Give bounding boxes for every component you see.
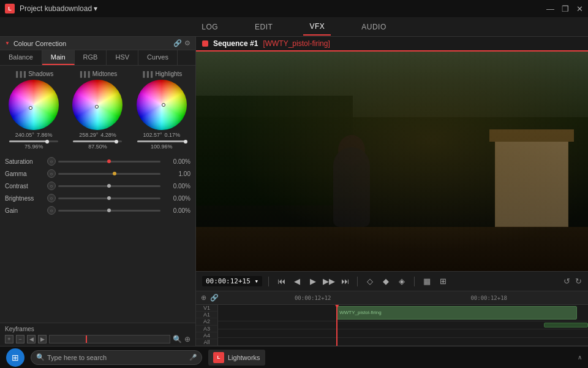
nav-audio[interactable]: AUDIO <box>355 19 393 35</box>
ctrl-sep2 <box>357 277 358 286</box>
highlights-wheel[interactable] <box>137 80 187 130</box>
close-button[interactable]: ✕ <box>576 4 583 13</box>
shadows-thumb[interactable] <box>45 140 49 144</box>
maximize-button[interactable]: ❐ <box>562 4 569 13</box>
settings-icon[interactable]: ⚙ <box>184 39 190 47</box>
grid-btn[interactable]: ▦ <box>421 277 433 286</box>
midtones-values: 258.29° 4.28% <box>79 132 116 138</box>
highlights-slider-track[interactable] <box>137 140 186 142</box>
mark-out-btn[interactable]: ◆ <box>380 277 392 286</box>
window-controls[interactable]: — ❐ ✕ <box>546 4 583 13</box>
sub-tabs: Balance Main RGB HSV Curves <box>0 50 195 66</box>
goto-end-btn[interactable]: ⏭ <box>339 277 351 286</box>
tab-curves[interactable]: Curves <box>138 50 178 65</box>
kf-remove[interactable]: − <box>16 335 24 343</box>
lightworks-taskbar-icon: L <box>213 352 224 363</box>
keyframes-section: Keyframes + − ◀ ▶ 🔍 ⊕ <box>0 323 195 346</box>
tl-snap-icon[interactable]: ⊕ <box>201 294 206 302</box>
kf-prev[interactable]: ◀ <box>27 335 36 343</box>
brightness-row: Brightness ○ 0.00% <box>5 193 190 204</box>
clip-v1-main[interactable]: WWTY_pistol-firing <box>336 306 577 320</box>
goto-start-btn[interactable]: ⏮ <box>275 277 287 286</box>
saturation-thumb[interactable] <box>107 159 111 163</box>
keyframes-label: Keyframes <box>5 326 190 332</box>
search-icon: 🔍 <box>36 353 45 361</box>
brightness-track[interactable] <box>58 197 160 199</box>
collapse-icon[interactable]: ▼ <box>5 40 10 46</box>
lightworks-label: Lightworks <box>228 354 260 361</box>
project-title[interactable]: Project kubadownload ▾ <box>20 4 97 13</box>
kf-marker <box>86 335 87 343</box>
search-bar[interactable]: 🔍 Type here to search 🎤 <box>31 350 202 365</box>
a2-track <box>218 329 588 337</box>
midtones-thumb[interactable] <box>115 140 118 144</box>
tab-hsv[interactable]: HSV <box>107 50 138 65</box>
saturation-reset[interactable]: ○ <box>47 157 56 166</box>
shadows-slider-track[interactable] <box>9 140 58 142</box>
v1-track: WWTY_pistol-firing <box>218 305 588 321</box>
mark-clip-btn[interactable]: ◈ <box>396 277 408 286</box>
kf-filter-icon[interactable]: ⊕ <box>184 335 190 343</box>
prev-frame-btn[interactable]: ◀ <box>291 277 303 286</box>
highlights-dot[interactable] <box>162 103 165 107</box>
tab-rgb[interactable]: RGB <box>75 50 107 65</box>
gain-reset[interactable]: ○ <box>47 206 56 215</box>
brightness-reset[interactable]: ○ <box>47 194 56 202</box>
taskbar-app-lightworks[interactable]: L Lightworks <box>208 350 265 366</box>
contrast-track[interactable] <box>58 185 160 187</box>
play-btn[interactable]: ▶ <box>307 277 319 286</box>
color-wheels: ▐▐▐ Shadows 240.05° 7.86% 75.96% <box>0 66 195 152</box>
shadows-wheel[interactable] <box>9 80 59 130</box>
gain-thumb[interactable] <box>107 209 111 212</box>
timeline-tracks: V1 A1 A2 A3 A4 All WWTY_pistol-firing <box>196 305 588 346</box>
mark-in-btn[interactable]: ◇ <box>364 277 376 286</box>
minimize-button[interactable]: — <box>546 4 554 13</box>
saturation-track[interactable] <box>58 161 160 163</box>
gain-row: Gain ○ 0.00% <box>5 205 190 216</box>
kf-icons: 🔍 ⊕ <box>173 335 190 343</box>
contrast-reset[interactable]: ○ <box>47 182 56 190</box>
midtones-label: ▐▐▐ Midtones <box>78 71 118 77</box>
saturation-row: Saturation ○ 0.00% <box>5 156 190 167</box>
app-icon: L <box>5 4 15 13</box>
highlights-thumb[interactable] <box>184 140 187 144</box>
kf-add[interactable]: + <box>5 335 13 343</box>
kf-search-icon[interactable]: 🔍 <box>173 335 182 343</box>
nav-edit[interactable]: EDIT <box>249 19 279 35</box>
gamma-thumb[interactable] <box>113 172 116 175</box>
label-all: All <box>196 339 217 346</box>
panel-icons: 🔗 ⚙ <box>173 39 190 47</box>
kf-next[interactable]: ▶ <box>38 335 47 343</box>
safe-area-btn[interactable]: ⊞ <box>437 277 449 286</box>
sequence-title: Sequence #1 <box>213 39 258 48</box>
contrast-value: 0.00% <box>163 183 190 190</box>
track-content: WWTY_pistol-firing <box>218 305 588 346</box>
system-tray-expand[interactable]: ∧ <box>578 354 582 361</box>
tab-balance[interactable]: Balance <box>0 50 42 65</box>
redo-btn[interactable]: ↻ <box>575 277 582 286</box>
mic-icon[interactable]: 🎤 <box>189 354 197 361</box>
tab-main[interactable]: Main <box>42 50 75 65</box>
nav-log[interactable]: LOG <box>195 19 224 35</box>
a3-track <box>218 338 588 346</box>
gain-track[interactable] <box>58 210 160 212</box>
tl-timecodes: 00:00:12+12 00:00:12+18 <box>219 295 583 301</box>
midtones-slider-track[interactable] <box>73 140 122 142</box>
shadows-dot[interactable] <box>29 106 32 110</box>
start-button[interactable]: ⊞ <box>6 348 24 367</box>
nav-vfx[interactable]: VFX <box>303 18 331 36</box>
tl-link-icon[interactable]: 🔗 <box>210 294 219 302</box>
midtones-dot[interactable] <box>95 105 99 109</box>
midtones-wheel[interactable] <box>72 80 123 130</box>
undo-btn[interactable]: ↺ <box>564 277 570 286</box>
timecode-display[interactable]: 00:00:12+15 ▾ <box>202 276 262 286</box>
ctrl-right: ↺ ↻ <box>564 277 582 286</box>
clip-a1[interactable] <box>544 323 588 328</box>
gamma-track[interactable] <box>58 173 160 175</box>
contrast-thumb[interactable] <box>107 184 111 188</box>
gamma-reset[interactable]: ○ <box>47 169 56 178</box>
link-icon[interactable]: 🔗 <box>173 39 182 47</box>
next-frame-btn[interactable]: ▶▶ <box>323 277 335 286</box>
brightness-thumb[interactable] <box>107 196 111 200</box>
clip-v1-label: WWTY_pistol-firing <box>339 310 381 315</box>
